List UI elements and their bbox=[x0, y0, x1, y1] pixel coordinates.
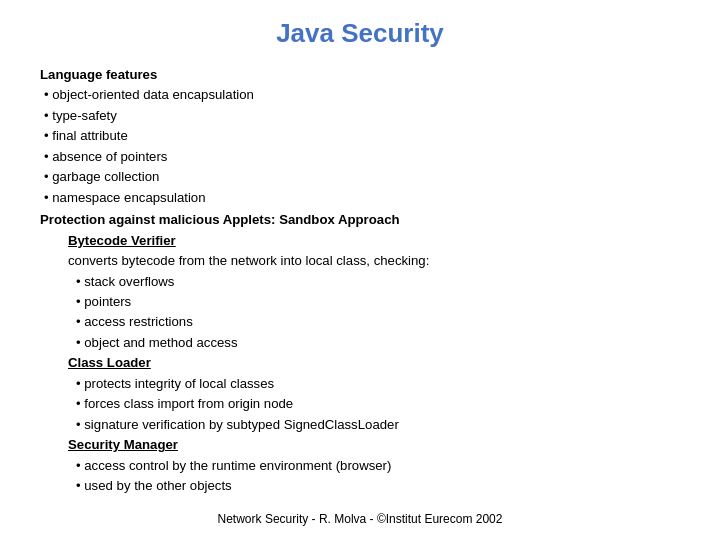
list-item: • absence of pointers bbox=[40, 147, 680, 167]
list-item: • garbage collection bbox=[40, 167, 680, 187]
bytecode-description: converts bytecode from the network into … bbox=[40, 251, 680, 271]
security-manager-label: Security Manager bbox=[40, 435, 680, 455]
list-item: • signature verification by subtyped Sig… bbox=[40, 415, 680, 435]
list-item: • object and method access bbox=[40, 333, 680, 353]
list-item: • used by the other objects bbox=[40, 476, 680, 496]
list-item: • object-oriented data encapsulation bbox=[40, 85, 680, 105]
slide-content: Language features • object-oriented data… bbox=[40, 63, 680, 504]
list-item: • protects integrity of local classes bbox=[40, 374, 680, 394]
list-item: • type-safety bbox=[40, 106, 680, 126]
protection-header: Protection against malicious Applets: Sa… bbox=[40, 210, 680, 230]
list-item: • access control by the runtime environm… bbox=[40, 456, 680, 476]
class-loader-label: Class Loader bbox=[40, 353, 680, 373]
list-item: • access restrictions bbox=[40, 312, 680, 332]
list-item: • namespace encapsulation bbox=[40, 188, 680, 208]
slide-page: Java Security Language features • object… bbox=[0, 0, 720, 540]
list-item: • pointers bbox=[40, 292, 680, 312]
slide-footer: Network Security - R. Molva - ©Institut … bbox=[40, 512, 680, 526]
bytecode-verifier-label: Bytecode Verifier bbox=[40, 231, 680, 251]
list-item: • stack overflows bbox=[40, 272, 680, 292]
list-item: • final attribute bbox=[40, 126, 680, 146]
list-item: • forces class import from origin node bbox=[40, 394, 680, 414]
language-features-header: Language features bbox=[40, 65, 680, 85]
slide-title: Java Security bbox=[40, 18, 680, 49]
